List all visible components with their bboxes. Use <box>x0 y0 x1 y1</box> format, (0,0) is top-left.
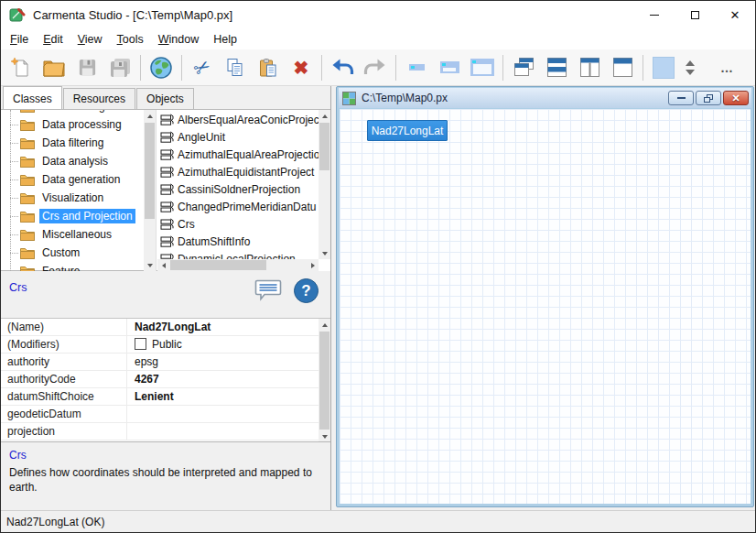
folder-icon <box>20 110 35 113</box>
tree-scrollbar-vertical[interactable] <box>144 110 156 271</box>
tile-horizontal-button[interactable] <box>540 52 573 83</box>
restore-icon <box>704 94 713 103</box>
paste-button[interactable] <box>252 52 285 83</box>
comment-button[interactable] <box>254 278 282 306</box>
maximize-button[interactable] <box>675 1 715 28</box>
crs-node[interactable]: Nad27LongLat <box>367 120 448 141</box>
close-button[interactable]: ✕ <box>715 1 755 28</box>
class-item-datumshiftinfo[interactable]: DatumShiftInfo <box>157 233 319 250</box>
class-list-scrollbar-horizontal[interactable] <box>157 259 319 271</box>
description-panel: Crs Defines how coordinates should be in… <box>1 441 330 510</box>
tab-resources[interactable]: Resources <box>63 88 135 109</box>
cascade-windows-button[interactable] <box>507 52 540 83</box>
folder-icon <box>20 137 35 149</box>
property-row-datumshiftchoice[interactable]: datumShiftChoice Lenient <box>1 388 319 406</box>
status-text: Nad27LongLat (OK) <box>6 516 104 528</box>
new-file-icon <box>10 57 32 79</box>
property-row-authoritycode[interactable]: authorityCode 4267 <box>1 371 319 388</box>
open-button[interactable] <box>38 52 70 83</box>
menu-view[interactable]: View <box>70 30 110 49</box>
save-all-button[interactable] <box>103 52 136 83</box>
class-list-scrollbar-vertical[interactable] <box>319 110 330 259</box>
new-file-button[interactable] <box>5 52 38 83</box>
delete-button[interactable]: ✖ <box>285 52 318 83</box>
scrollbar-thumb[interactable] <box>319 332 329 430</box>
map-canvas[interactable]: Nad27LongLat <box>340 109 751 504</box>
copy-button[interactable] <box>219 52 252 83</box>
scroll-up-icon <box>322 323 328 327</box>
spinner-down-icon <box>686 70 695 75</box>
tab-classes[interactable]: Classes <box>3 86 62 109</box>
property-row-geodeticdatum[interactable]: geodeticDatum <box>1 406 319 423</box>
node-size-small-button[interactable] <box>400 52 433 83</box>
property-grid-scrollbar[interactable] <box>319 319 330 442</box>
node-size-medium-button[interactable] <box>433 52 466 83</box>
class-item-albersequalareaconicprojection[interactable]: AlbersEqualAreaConicProjec <box>157 111 319 128</box>
tree-item-data-generation[interactable]: Data generation <box>1 170 144 189</box>
class-icon <box>160 183 174 196</box>
class-icon <box>160 218 174 231</box>
save-button[interactable] <box>70 52 103 83</box>
scrollbar-thumb[interactable] <box>319 123 329 170</box>
property-row-modifiers[interactable]: (Modifiers) Public <box>1 336 319 354</box>
class-item-azimuthalequalareaprojection[interactable]: AzimuthalEqualAreaProjectio <box>157 146 319 163</box>
minimize-button[interactable] <box>634 1 675 28</box>
close-icon: ✕ <box>730 9 740 21</box>
cut-button[interactable]: ✂ <box>186 52 219 83</box>
menu-tools[interactable]: Tools <box>110 30 151 49</box>
class-item-cassinisoldnerprojection[interactable]: CassiniSoldnerProjection <box>157 180 319 198</box>
map-minimize-button[interactable] <box>668 91 694 105</box>
map-window-titlebar[interactable]: C:\Temp\Map0.px ✕ <box>339 88 751 108</box>
folder-icon <box>20 119 35 131</box>
class-item-azimuthalequidistantprojection[interactable]: AzimuthalEquidistantProject <box>157 163 319 180</box>
tree-item-visualization[interactable]: Visualization <box>1 189 144 207</box>
toolbar-separator <box>181 55 182 81</box>
redo-button[interactable] <box>359 52 392 83</box>
tree-item-crs-and-projection[interactable]: Crs and Projection <box>1 207 144 225</box>
class-item-crs[interactable]: Crs <box>157 215 319 233</box>
map-restore-button[interactable] <box>696 91 721 105</box>
view-map-button[interactable] <box>145 52 178 83</box>
class-list: AlbersEqualAreaConicProjec AngleUnit Azi… <box>157 110 330 271</box>
folder-icon <box>20 229 35 241</box>
menu-edit[interactable]: Edit <box>36 30 70 49</box>
tree-item-data-processing[interactable]: Data processing <box>1 115 144 134</box>
tree-item-custom[interactable]: Custom <box>1 244 144 262</box>
scrollbar-thumb[interactable] <box>170 260 266 270</box>
tile-vertical-button[interactable] <box>573 52 606 83</box>
tree-item-miscellaneous[interactable]: Miscellaneous <box>1 225 144 244</box>
tab-objects[interactable]: Objects <box>136 88 194 109</box>
undo-button[interactable] <box>326 52 359 83</box>
menu-file[interactable]: File <box>3 30 36 49</box>
property-row-name[interactable]: (Name) Nad27LongLat <box>1 319 319 336</box>
scroll-left-icon <box>162 263 166 268</box>
spinner-control[interactable] <box>686 60 695 75</box>
single-window-button[interactable] <box>606 52 639 83</box>
cut-icon: ✂ <box>189 54 214 82</box>
class-item-angleunit[interactable]: AngleUnit <box>157 128 319 146</box>
menu-window[interactable]: Window <box>151 30 206 49</box>
menu-help[interactable]: Help <box>206 30 244 49</box>
tree-item-data-analysis[interactable]: Data analysis <box>1 152 144 170</box>
toolbar-separator <box>140 55 141 81</box>
toolbar-overflow-button[interactable]: … <box>720 60 734 75</box>
toolbar-separator <box>321 55 322 81</box>
folder-icon <box>20 174 35 186</box>
copy-icon <box>224 57 246 79</box>
folder-icon <box>20 156 35 168</box>
toolbar-separator <box>395 55 396 81</box>
property-row-projection[interactable]: projection <box>1 423 319 441</box>
property-row-authority[interactable]: authority epsg <box>1 354 319 371</box>
class-item-changedprimemeridiandatum[interactable]: ChangedPrimeMeridianDatu <box>157 198 319 215</box>
color-swatch-button[interactable] <box>647 52 680 83</box>
node-size-large-button[interactable] <box>466 52 499 83</box>
public-checkbox[interactable] <box>135 338 146 350</box>
scrollbar-thumb[interactable] <box>145 123 155 219</box>
tree-item-feature[interactable]: Feature <box>1 262 144 271</box>
help-button[interactable]: ? <box>294 278 319 303</box>
tree-item-data-filtering[interactable]: Data filtering <box>1 134 144 152</box>
map-close-button[interactable]: ✕ <box>723 91 749 105</box>
status-bar: Nad27LongLat (OK) <box>1 510 755 532</box>
map-window-title: C:\Temp\Map0.px <box>362 92 448 104</box>
scroll-right-icon <box>311 263 315 268</box>
